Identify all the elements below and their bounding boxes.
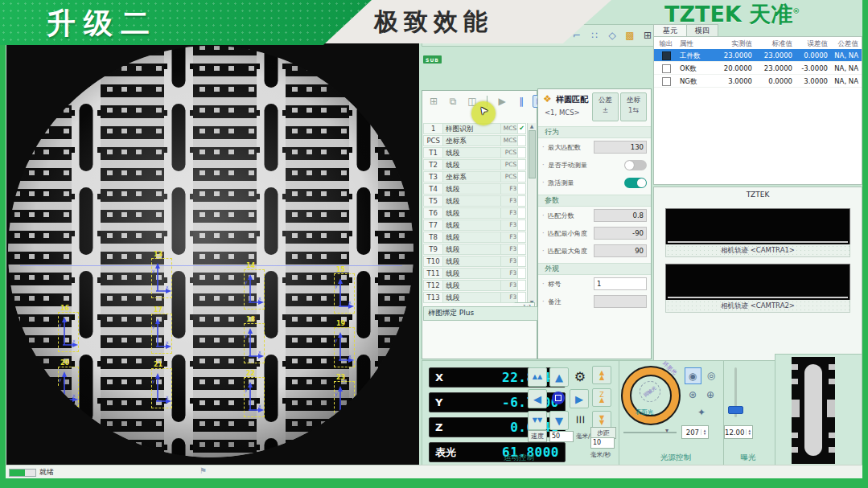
result-row[interactable]: 工件数23.000023.00000.0000NA, NA [654, 49, 862, 62]
progress-fill [10, 470, 25, 476]
sequence-row[interactable]: T1线段PCS [423, 147, 526, 158]
jog-stop-button[interactable] [549, 389, 567, 407]
field-label: 备注 [548, 297, 594, 306]
jog-right-button[interactable]: ▶ [570, 389, 589, 408]
jog-pad: ▲▲▲⚙◀▶▼▼▼☰ [528, 367, 590, 430]
spinner-arrows[interactable]: ▴▾ [701, 429, 708, 435]
sequence-row[interactable]: T8线段F3 [423, 232, 526, 243]
sequence-row[interactable]: T7线段F3 [423, 219, 526, 231]
svg-text:x: x [258, 403, 261, 408]
axis-label: X [435, 371, 463, 383]
motion-settings-icon[interactable]: ⚙ [571, 367, 589, 385]
exposure-handle[interactable] [728, 406, 743, 414]
param-field: ·匹配最大角度90 [538, 242, 651, 260]
jog-down-fast-button[interactable]: ▼▼ [528, 411, 547, 430]
field-label: 是否手动测量 [548, 161, 624, 170]
pause-icon[interactable]: ∥ [513, 96, 529, 107]
sequence-row[interactable]: T9线段F3 [423, 244, 526, 255]
field-bullet: · [542, 248, 548, 255]
sequence-row[interactable]: T5线段F3 [423, 195, 526, 207]
light-intensity-spinner[interactable]: 207 ▴▾ [681, 425, 709, 439]
light-slider[interactable]: ▾ [623, 432, 677, 433]
param-input[interactable]: 130 [594, 141, 647, 154]
step-check [518, 159, 526, 170]
param-input[interactable]: 90 [594, 244, 647, 257]
param-input[interactable]: 1 [594, 277, 647, 290]
step-z-button[interactable]: Z▲ [592, 388, 611, 407]
jog-left-button[interactable]: ◀ [528, 389, 547, 408]
seg-light-icon[interactable]: ⊕ [703, 387, 718, 402]
exposure-panel-label: 曝光 [723, 453, 773, 463]
marker-axes: yx [244, 377, 265, 417]
sequence-row[interactable]: T4线段F3 [423, 183, 526, 195]
coordinate-button[interactable]: 坐标 1⇆ [620, 92, 647, 121]
sequence-row[interactable]: PCS坐标系MCS [423, 135, 526, 146]
tolerance-button[interactable]: 公差 ± [592, 92, 619, 121]
trajectory-panel-title: TZTEK [654, 191, 862, 199]
result-row[interactable]: OK数20.000023.0000-3.0000NA, NA [654, 62, 862, 75]
light-panel-label: 光源控制 [631, 453, 720, 463]
jog-up-button[interactable]: ▲ [549, 367, 569, 387]
output-checkbox[interactable] [662, 51, 671, 60]
scroll-up-icon[interactable]: ▲ [528, 123, 536, 129]
match-parameters-panel: ❖ 样圆匹配 <1, MCS> 公差 ± 坐标 1⇆ 行为·最大匹配数130·是… [537, 88, 652, 359]
step-id: T8 [423, 232, 443, 243]
svg-text:y: y [245, 387, 248, 393]
sequence-row[interactable]: T3坐标系PCS [423, 171, 526, 182]
sequence-row[interactable]: T6线段F3 [423, 207, 526, 219]
match-tool-icon: ❖ [543, 93, 552, 105]
fader-settings-icon[interactable]: ☰ [571, 411, 589, 429]
copy-step-icon[interactable]: ⧉ [445, 96, 461, 107]
param-input[interactable]: -90 [594, 227, 647, 240]
sequence-scrollbar[interactable]: ▲ ▼ [527, 123, 536, 305]
coax-light-icon[interactable]: ◉ [685, 367, 701, 384]
toggle-switch[interactable] [624, 160, 647, 170]
step-id: 1 [423, 123, 443, 134]
run-icon[interactable]: ▶ [494, 96, 510, 107]
sequence-row[interactable]: T13线段F3 [423, 292, 526, 303]
jog-up-fast-button[interactable]: ▲▲ [528, 367, 547, 387]
surface-light-label: 表面光 [635, 403, 654, 422]
pattern-tool-icon[interactable]: ∷ [586, 30, 603, 41]
step-frame: MCS [501, 135, 518, 146]
light-slider-handle[interactable]: ▾ [665, 427, 668, 434]
field-bullet: · [542, 230, 548, 237]
step-frame: F3 [501, 292, 518, 303]
section-header: 外观 [538, 263, 651, 275]
camera-viewport[interactable]: 13yx14yx15yx16yx17yx18yx19yx20yx21yx22yx… [6, 38, 419, 465]
ring-light-icon[interactable]: ◎ [704, 367, 719, 383]
status-text: 就绪 [39, 467, 54, 478]
add-step-icon[interactable]: ⊞ [426, 96, 442, 107]
quad-light-icon[interactable]: ⊛ [685, 387, 701, 402]
step-input[interactable]: 10 [590, 437, 615, 449]
result-row[interactable]: NG数3.00000.00003.0000NA, NA [654, 75, 862, 88]
step-name: 坐标系 [443, 171, 501, 182]
param-input[interactable] [594, 295, 647, 308]
field-label: 匹配最小角度 [548, 229, 594, 238]
match-marker: 16yx [58, 312, 79, 357]
attr-cell: OK数 [678, 63, 714, 74]
output-checkbox[interactable] [662, 64, 671, 73]
jog-down-button[interactable]: ▼ [549, 411, 569, 430]
sequence-row[interactable]: T2线段PCS [423, 159, 526, 170]
step-check: ✔ [518, 123, 526, 134]
axis-label: Z [435, 421, 463, 433]
param-input[interactable]: 0.8 [594, 209, 647, 222]
step-id: T2 [423, 159, 443, 170]
sequence-row[interactable]: T11线段F3 [423, 268, 526, 279]
output-checkbox[interactable] [662, 77, 671, 86]
spinner-arrows[interactable]: ▴▾ [746, 429, 752, 435]
svg-text:x: x [348, 407, 352, 412]
sequence-row[interactable]: T10线段F3 [423, 256, 526, 267]
bulb-light-icon[interactable]: ✦ [694, 404, 710, 420]
template-binding-bar[interactable]: 样图绑定 Plus [423, 306, 540, 321]
exposure-spinner[interactable]: 12.00 ▴▾ [724, 425, 753, 439]
sequence-row[interactable]: T12线段F3 [423, 280, 526, 291]
lens-view: 13yx14yx15yx16yx17yx18yx19yx20yx21yx22yx… [8, 46, 413, 457]
speed-input[interactable]: 50 [549, 431, 574, 442]
step-up-button[interactable]: ▲▲ [592, 366, 611, 384]
scroll-thumb[interactable] [529, 130, 536, 178]
eraser-tool-icon[interactable]: ◇ [604, 30, 620, 41]
template-tool-icon[interactable]: ▩ [622, 30, 638, 41]
toggle-switch[interactable] [624, 178, 647, 188]
